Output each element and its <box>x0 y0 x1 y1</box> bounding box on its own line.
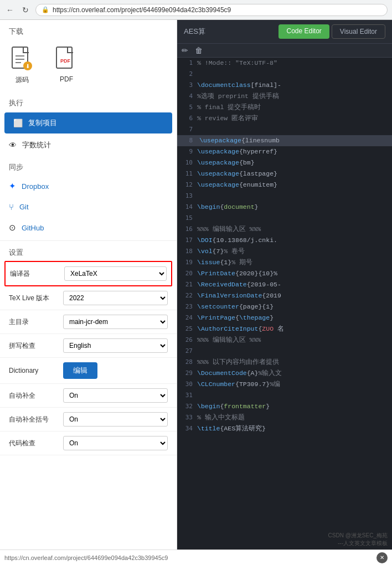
code-line: 4 %选项 preprint 提供手稿 <box>177 91 392 102</box>
code-line: 21 \ReceivedDate{2019-05- <box>177 279 392 290</box>
svg-rect-6 <box>56 47 72 68</box>
spellcheck-label: 拼写检查 <box>9 341 59 351</box>
download-source[interactable]: ⬇ 源码 <box>9 44 35 85</box>
code-line: 26 %%% 编辑输入区 %%% <box>177 335 392 346</box>
watermark-line2: ---人文英文文章模板 <box>182 540 388 547</box>
code-line: 13 <box>177 191 392 202</box>
github-item[interactable]: ⊙ GitHub <box>0 217 177 238</box>
code-line: 31 <box>177 390 392 401</box>
download-section-header: 下载 <box>0 20 177 40</box>
svg-text:PDF: PDF <box>60 58 71 64</box>
code-line: 6 % review 匿名评审 <box>177 113 392 124</box>
close-button[interactable]: ✕ <box>376 552 388 563</box>
spellcheck-select[interactable]: English Off Chinese <box>63 338 168 353</box>
dictionary-row: Dictionary 编辑 <box>0 358 177 384</box>
settings-header: 设置 <box>0 241 177 261</box>
watermark: CSDN @洲龙SEC_梅苑 ---人文英文文章模板 <box>177 530 392 549</box>
texlive-select[interactable]: 2022 2021 2023 <box>63 291 168 305</box>
code-line: 14 \begin{document} <box>177 202 392 213</box>
watermark-line1: CSDN @洲龙SEC_梅苑 <box>182 532 388 540</box>
syntaxcheck-select[interactable]: On Off <box>63 436 168 450</box>
autobracket-select[interactable]: On Off <box>63 412 168 427</box>
code-line: 23 \setcounter{page}{1} <box>177 301 392 312</box>
code-line: 24 \PrintPage{\thepage} <box>177 312 392 323</box>
code-line: 27 <box>177 346 392 357</box>
git-icon: ⑂ <box>9 202 14 212</box>
texlive-label: TeX Live 版本 <box>9 294 59 303</box>
code-area[interactable]: 1 % !Mode:: "TeX:UTF-8" 2 3 \documentcla… <box>177 58 392 530</box>
eye-icon: 👁 <box>9 141 17 150</box>
tab-code-editor[interactable]: Code Editor <box>278 24 329 39</box>
code-line: 22 \FinalVersionDate{2019 <box>177 290 392 301</box>
mainfile-select[interactable]: main-jcr-dem <box>63 315 168 329</box>
code-line: 2 <box>177 69 392 80</box>
code-line: 10 \usepackage{bm} <box>177 157 392 168</box>
pdf-label: PDF <box>60 75 73 83</box>
sync-section: ✦ Dropbox ⑂ Git ⊙ GitHub <box>0 176 177 238</box>
compiler-select[interactable]: XeLaTeX pdfLaTeX LuaLaTeX <box>64 266 167 281</box>
pdf-icon: PDF <box>53 44 80 73</box>
settings-section: 设置 编译器 XeLaTeX pdfLaTeX LuaLaTeX TeX Liv… <box>0 240 177 455</box>
trash-icon[interactable]: 🗑 <box>195 46 203 55</box>
git-item[interactable]: ⑂ Git <box>0 197 177 217</box>
main-content: 下载 ⬇ 源码 <box>0 20 392 549</box>
code-line: 25 \AuthorCiteInput{ZUO 名 <box>177 323 392 335</box>
url-bar[interactable]: 🔒 https://cn.overleaf.com/project/644699… <box>35 4 388 16</box>
dictionary-label: Dictionary <box>9 367 59 374</box>
autocomplete-select[interactable]: On Off <box>63 388 168 403</box>
code-line: 17 \DOI{10.13868/j.cnki. <box>177 235 392 246</box>
clone-icon: ⬜ <box>13 119 23 127</box>
autocomplete-label: 自动补全 <box>9 391 59 400</box>
source-label: 源码 <box>16 75 29 85</box>
dropbox-label: Dropbox <box>22 182 49 191</box>
exec-section-header: 执行 <box>0 91 177 111</box>
code-line: 34 \title{AES算法研究} <box>177 423 392 434</box>
code-line: 18 \vol{7}% 卷号 <box>177 246 392 257</box>
editor-header: AES算 Code Editor Visual Editor <box>177 20 392 44</box>
editor-tabs: Code Editor Visual Editor <box>278 24 385 39</box>
editor-title: AES算 <box>184 27 205 37</box>
code-line: 20 \PrintDate{2020}{10}% <box>177 268 392 279</box>
lock-icon: 🔒 <box>42 6 49 13</box>
code-line: 16 %%% 编辑输入区 %%% <box>177 224 392 235</box>
compiler-row: 编译器 XeLaTeX pdfLaTeX LuaLaTeX <box>4 261 172 286</box>
tab-visual-editor[interactable]: Visual Editor <box>332 24 385 39</box>
back-button[interactable]: ← <box>4 4 16 16</box>
dictionary-edit-button[interactable]: 编辑 <box>63 362 97 379</box>
compiler-label: 编译器 <box>10 269 60 279</box>
autobracket-row: 自动补全括号 On Off <box>0 408 177 432</box>
left-panel: 下载 ⬇ 源码 <box>0 20 177 549</box>
code-line: 15 <box>177 213 392 224</box>
code-line: 5 % final 提交手稿时 <box>177 102 392 113</box>
code-line: 28 %%% 以下内容均由作者提供 <box>177 357 392 368</box>
reload-button[interactable]: ↻ <box>20 4 31 16</box>
browser-bar: ← ↻ 🔒 https://cn.overleaf.com/project/64… <box>0 0 392 20</box>
mainfile-label: 主目录 <box>9 317 59 327</box>
right-panel: AES算 Code Editor Visual Editor ✏ 🗑 1 % !… <box>177 20 392 549</box>
code-line: 19 \issue{1}% 期号 <box>177 257 392 268</box>
syntaxcheck-label: 代码检查 <box>9 439 59 448</box>
wordcount-item[interactable]: 👁 字数统计 <box>0 135 177 156</box>
syntaxcheck-row: 代码检查 On Off <box>0 432 177 455</box>
source-icon: ⬇ <box>9 44 35 73</box>
github-label: GitHub <box>22 224 44 232</box>
clone-project-item[interactable]: ⬜ 复制项目 <box>4 112 172 133</box>
code-line: 11 \usepackage{lastpage} <box>177 168 392 179</box>
texlive-row: TeX Live 版本 2022 2021 2023 <box>0 286 177 310</box>
download-pdf[interactable]: PDF PDF <box>53 44 80 85</box>
mainfile-row: 主目录 main-jcr-dem <box>0 310 177 334</box>
dropbox-item[interactable]: ✦ Dropbox <box>0 176 177 197</box>
code-line: 9 \usepackage{hyperref} <box>177 146 392 157</box>
code-line: 32 \begin{frontmatter} <box>177 401 392 412</box>
svg-text:⬇: ⬇ <box>25 63 30 69</box>
code-line: 8 \usepackage{linesnumb <box>177 135 392 146</box>
sync-section-header: 同步 <box>0 156 177 176</box>
autocomplete-row: 自动补全 On Off <box>0 384 177 408</box>
dropbox-icon: ✦ <box>9 181 16 191</box>
url-text: https://cn.overleaf.com/project/644699e0… <box>53 6 231 14</box>
bottom-bar: https://cn.overleaf.com/project/644699e0… <box>0 549 392 565</box>
edit-icon[interactable]: ✏ <box>182 46 188 55</box>
clone-label: 复制项目 <box>28 118 57 128</box>
spellcheck-row: 拼写检查 English Off Chinese <box>0 334 177 358</box>
download-section: ⬇ 源码 PDF PDF <box>0 40 177 91</box>
